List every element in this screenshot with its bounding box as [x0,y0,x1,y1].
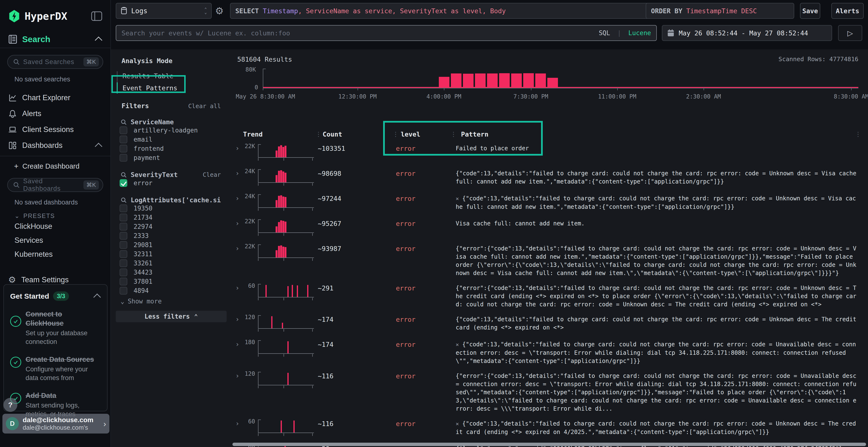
drag-handle-icon[interactable]: ⋮ [393,131,399,138]
checkbox[interactable] [120,241,127,249]
filter-checkbox-item[interactable]: 22974 [111,222,231,231]
dismiss-x-icon[interactable]: ✕ [456,421,459,427]
checkbox[interactable] [120,260,127,267]
save-button[interactable]: Save [800,3,820,19]
filter-checkbox-item[interactable]: email [111,135,231,144]
filter-checkbox-item[interactable]: 19350 [111,204,231,213]
pattern-table-row[interactable]: › 22K ~103351 error Failed to place orde… [231,140,868,165]
get-started-item[interactable]: Create Data Sources Configure where your… [10,355,101,382]
pattern-table-row[interactable]: › 22K ~95267 error Visa cache full: cann… [231,215,868,240]
row-expand-icon[interactable]: › [234,282,243,309]
drag-handle-icon[interactable]: ⋮ [451,131,457,138]
order-by-input[interactable]: ORDER BY TimestampTime DESC [646,3,794,19]
sidebar-item-dashboards[interactable]: Dashboards [0,138,111,153]
chevron-up-icon[interactable] [93,294,101,301]
pattern-table-row[interactable]: › 60 ~116 error ✕{"code":13,"details":"f… [231,415,868,440]
get-started-item[interactable]: Connect to ClickHouse Set up your databa… [10,309,101,346]
column-header-level[interactable]: level [401,131,420,138]
saved-searches-input[interactable]: Saved Searches ⌘K [7,55,103,69]
search-icon[interactable] [121,119,127,125]
date-range-picker[interactable]: May 26 08:52:44 - May 27 08:52:44 [662,25,832,41]
checkbox[interactable] [120,136,127,143]
search-icon[interactable] [121,172,127,178]
pattern-table-row[interactable]: › 180 ~174 error ✕{"code":13,"details":"… [231,336,868,368]
checkbox[interactable] [120,287,127,295]
filter-checkbox-item[interactable]: 32311 [111,249,231,259]
sidebar-item-alerts[interactable]: Alerts [0,106,111,122]
row-expand-icon[interactable]: › [234,167,243,187]
source-select[interactable]: Logs ⌃⌄ [116,3,212,19]
mode-event-patterns[interactable]: Event Patterns [111,82,231,94]
pattern-table-row[interactable]: › 24K ~97244 error ✕{"code":13,"details"… [231,190,868,215]
create-dashboard-button[interactable]: + Create Dashboard [0,158,111,174]
drag-handle-icon[interactable]: ⋮ [855,131,861,138]
row-expand-icon[interactable]: › [234,193,243,213]
filter-checkbox-item[interactable]: 2333 [111,231,231,240]
column-header-count[interactable]: Count [322,131,342,138]
filter-checkbox-item[interactable]: 34423 [111,268,231,277]
language-toggle-sql[interactable]: SQL [599,29,610,37]
checkbox[interactable] [120,204,127,212]
filter-checkbox-item[interactable]: error [111,178,231,187]
pattern-table-row[interactable]: › 120 ~174 error {"code":13,"details":"f… [231,311,868,336]
sidebar-item-chart-explorer[interactable]: Chart Explorer [0,90,111,106]
column-header-pattern[interactable]: Pattern [461,131,489,138]
filter-checkbox-item[interactable]: frontend [111,144,231,153]
checkbox[interactable] [120,179,127,187]
pattern-table-row[interactable]: › 24K ~98698 error {"code":13,"details":… [231,165,868,190]
checkbox[interactable] [120,145,127,152]
filter-checkbox-item[interactable]: 21734 [111,213,231,222]
user-menu[interactable]: D dale@clickhouse.com dale@clickhouse.co… [2,414,110,434]
filter-group-clear[interactable]: Clear [203,171,221,178]
checkbox[interactable] [120,278,127,285]
search-icon[interactable] [121,197,127,203]
column-header-trend[interactable]: Trend [243,131,262,138]
row-expand-icon[interactable]: › [234,370,243,413]
filter-checkbox-item[interactable]: payment [111,153,231,162]
checkbox[interactable] [120,214,127,221]
row-expand-icon[interactable]: › [234,418,243,438]
row-expand-icon[interactable]: › [234,313,243,334]
row-expand-icon[interactable]: › [234,243,243,277]
checkbox[interactable] [120,154,127,162]
row-expand-icon[interactable]: › [234,217,243,238]
less-filters-button[interactable]: Less filters ⌃ [116,311,227,322]
filter-checkbox-item[interactable]: artillery-loadgen [111,126,231,135]
lucene-search-input[interactable]: Search your events w/ Lucene ex. column:… [116,25,657,41]
checkbox[interactable] [120,127,127,134]
row-expand-icon[interactable]: › [234,338,243,365]
dismiss-x-icon[interactable]: ✕ [456,342,459,347]
results-histogram[interactable]: 80K 0 May 26 8:30:00 AM12:30:00 PM4:00:0… [263,69,858,88]
saved-dashboards-input[interactable]: Saved Dashboards ⌘K [7,178,103,192]
checkbox[interactable] [120,269,127,276]
sidebar-item-search[interactable]: Search [0,31,111,48]
pattern-table-row[interactable]: › 22K ~93987 error {"error":{"code":13,"… [231,240,868,280]
drag-handle-icon[interactable]: ⋮ [315,131,322,138]
pattern-table-row[interactable]: › 120 ~116 error {"error":{"code":13,"de… [231,368,868,415]
hyperdx-logo[interactable]: HyperDX [8,10,67,23]
filter-checkbox-item[interactable]: 29081 [111,240,231,249]
clear-all-button[interactable]: Clear all [188,103,221,110]
alerts-button[interactable]: Alerts [831,3,864,19]
pattern-table-row[interactable]: › 60 ~291 error {"error":{"code":13,"det… [231,280,868,311]
help-button[interactable]: ? [3,398,18,412]
row-expand-icon[interactable]: › [234,142,243,163]
filter-checkbox-item[interactable]: 4894 [111,286,231,295]
presets-toggle[interactable]: ⌄ PRESETS [14,212,111,219]
dismiss-x-icon[interactable]: ✕ [456,196,459,202]
checkbox[interactable] [120,232,127,240]
preset-clickhouse[interactable]: ClickHouse [0,219,111,233]
run-query-button[interactable]: ▷ [838,25,862,41]
mode-results-table[interactable]: Results Table [111,70,231,82]
chevron-up-icon[interactable] [95,37,102,44]
gear-icon[interactable]: ⚙ [215,5,224,16]
sidebar-item-client-sessions[interactable]: Client Sessions [0,122,111,138]
chevron-up-icon[interactable] [95,143,102,150]
preset-kubernetes[interactable]: Kubernetes [0,247,111,261]
horizontal-scrollbar[interactable] [232,443,866,446]
panel-toggle-icon[interactable] [91,11,102,21]
preset-services[interactable]: Services [0,233,111,247]
filter-checkbox-item[interactable]: 33261 [111,259,231,268]
language-toggle-lucene[interactable]: Lucene [628,29,651,37]
filter-checkbox-item[interactable]: 37801 [111,277,231,286]
